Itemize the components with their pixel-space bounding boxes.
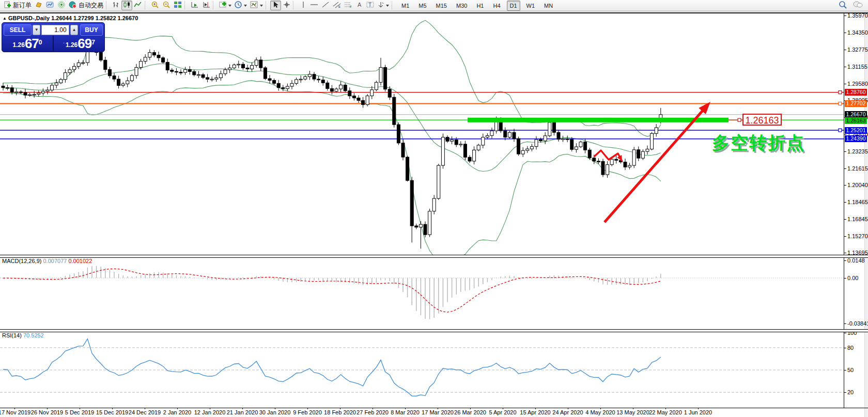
vertical-line-tool-button[interactable]	[298, 1, 308, 10]
chart-shift-button[interactable]	[200, 1, 212, 10]
rsi-axis-tick	[844, 370, 846, 370]
toolbar-separator	[392, 2, 394, 9]
cursor-tool-button[interactable]	[270, 1, 281, 10]
autotrade-button[interactable]: 自动交易	[67, 1, 105, 10]
price-tag: 1.26670	[845, 111, 867, 118]
turning-point-annotation[interactable]: 多空转折点	[712, 131, 805, 155]
channel-tool-button[interactable]: E	[331, 1, 343, 10]
date-axis-border	[0, 408, 868, 408]
auto-scroll-button[interactable]	[189, 1, 200, 10]
volume-decrease-button[interactable]: ▼	[33, 25, 40, 35]
arrows-tool-button[interactable]	[376, 1, 391, 10]
price-axis-tick-label: 1.16845	[847, 216, 868, 222]
buy-price[interactable]: ◦1.26697	[54, 36, 104, 51]
timeframe-button-m1[interactable]: M1	[398, 1, 412, 11]
date-axis-label: 27 Feb 2020	[357, 409, 389, 415]
date-axis-label: 22 May 2020	[649, 409, 682, 415]
new-order-button[interactable]: 新订单	[2, 1, 33, 10]
market-watch-button[interactable]	[33, 1, 44, 10]
periods-button[interactable]	[233, 1, 249, 10]
pane-separator-macd[interactable]	[0, 255, 868, 258]
macd-axis-label: -0.038415	[847, 320, 868, 327]
price-axis-tick	[844, 67, 846, 67]
bar-chart-button[interactable]	[111, 1, 121, 10]
dropdown-caret	[386, 5, 389, 8]
crosshair-icon	[283, 1, 290, 10]
buy-price-sup: 7	[91, 35, 95, 50]
chat-icon[interactable]	[853, 1, 863, 11]
macd-axis-tick	[844, 323, 846, 324]
gold-icon	[35, 1, 43, 10]
date-axis-label: 30 Jan 2020	[259, 409, 291, 415]
timeframe-button-w1[interactable]: W1	[523, 1, 538, 11]
price-axis-tick-label: 1.23235	[847, 148, 868, 155]
search-icon[interactable]	[839, 1, 847, 11]
templates-button[interactable]	[249, 1, 265, 10]
line-chart-button[interactable]	[132, 1, 144, 10]
sell-price[interactable]: 1.26670	[2, 36, 53, 51]
horizontal-line-tool-button[interactable]	[308, 1, 320, 10]
signals-button[interactable]	[56, 1, 67, 10]
macd-name: MACD(12,26,9)	[2, 258, 41, 264]
price-axis-tick	[844, 236, 846, 237]
date-axis-label: 1 Jun 2020	[684, 409, 712, 415]
buy-button[interactable]: BUY	[80, 24, 103, 36]
date-axis-label: 13 May 2020	[616, 409, 649, 415]
chart-window-button[interactable]	[44, 1, 56, 10]
fibonacci-tool-button[interactable]: F	[343, 1, 354, 10]
zoom-in-button[interactable]	[149, 1, 161, 10]
chart-symbol-period: GBPUSD-,Daily	[8, 15, 50, 21]
window-edge	[0, 11, 868, 11]
timeframe-button-h4[interactable]: H4	[490, 1, 503, 11]
zoom-in-icon	[151, 1, 159, 10]
signal-icon	[57, 1, 66, 10]
rsi-name: RSI(14)	[2, 332, 22, 338]
sell-button[interactable]: SELL	[4, 24, 32, 36]
toolbar: 新订单 自动交易	[0, 0, 868, 11]
dropdown-caret	[244, 5, 247, 8]
volume-increase-button[interactable]: ▲	[70, 25, 78, 35]
chart-ohlc-values: 1.26044 1.27299 1.25822 1.26670	[51, 15, 138, 21]
svg-text:A: A	[358, 2, 362, 8]
text-tool-button[interactable]: A	[354, 1, 365, 10]
timeframe-button-d1[interactable]: D1	[507, 1, 520, 11]
price-tag: 1.25201	[845, 127, 867, 134]
price-level-label-object[interactable]: 1.26163	[742, 114, 782, 126]
price-axis-tick	[844, 84, 846, 84]
price-axis-tick	[844, 253, 846, 253]
auto-scroll-icon	[191, 1, 199, 10]
chart-window-icon	[46, 1, 54, 10]
volume-input[interactable]: 1.00	[41, 25, 69, 35]
price-axis-tick-label: 1.21615	[847, 165, 868, 172]
date-axis-label: 26 Mar 2020	[454, 409, 486, 415]
scrollbar-strip[interactable]	[864, 13, 868, 417]
periods-clock-icon	[235, 1, 242, 10]
sell-price-sup: 0	[39, 35, 42, 50]
date-axis-label: 9 Feb 2020	[293, 409, 322, 415]
zoom-out-button[interactable]	[161, 1, 172, 10]
timeframe-button-mn[interactable]: MN	[541, 1, 556, 11]
toolbar-separator	[145, 2, 147, 9]
candlestick-chart-button[interactable]	[121, 1, 132, 10]
chart-canvas[interactable]	[0, 13, 868, 417]
price-axis-tick	[844, 219, 846, 220]
price-tag: 1.28760	[845, 89, 867, 96]
svg-text:T: T	[368, 2, 371, 8]
tile-windows-button[interactable]	[172, 1, 183, 10]
timeframe-button-m15[interactable]: M15	[433, 1, 450, 11]
dropdown-caret	[228, 5, 231, 8]
crosshair-tool-button[interactable]	[281, 1, 292, 10]
rsi-axis-label: 50	[847, 367, 854, 373]
trendline-icon	[321, 1, 330, 10]
timeframe-button-m30[interactable]: M30	[453, 1, 470, 11]
timeframe-button-m5[interactable]: M5	[415, 1, 429, 11]
trendline-tool-button[interactable]	[320, 1, 331, 10]
indicators-button[interactable]	[218, 1, 233, 10]
text-label-tool-button[interactable]: T	[365, 1, 376, 10]
templates-icon	[250, 1, 258, 10]
buy-price-small: 1.26	[66, 40, 78, 50]
svg-text:F: F	[350, 5, 352, 8]
pane-separator-rsi[interactable]	[0, 329, 868, 332]
date-axis-label: 4 May 2020	[585, 409, 615, 415]
timeframe-button-h1[interactable]: H1	[473, 1, 487, 11]
